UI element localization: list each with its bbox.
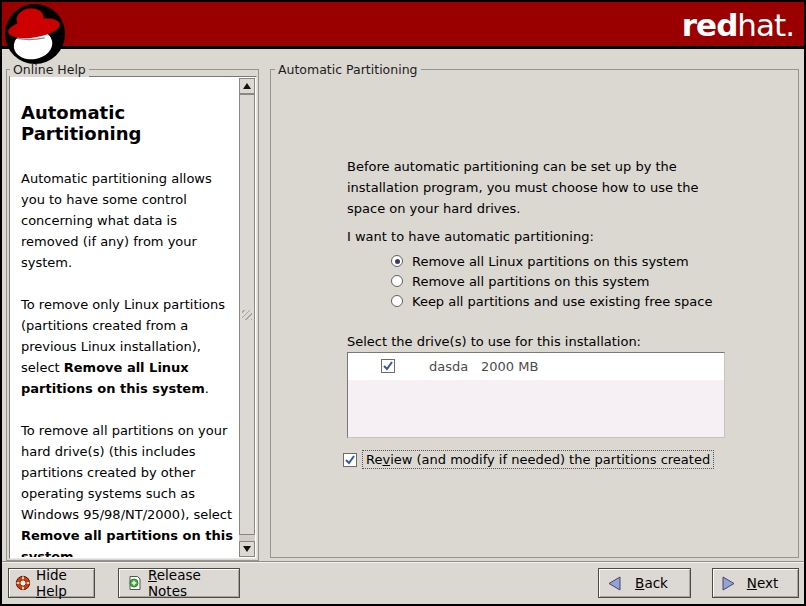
intro-text: Before automatic partitioning can be set… xyxy=(347,156,719,219)
drive-size: 2000 MB xyxy=(481,359,538,374)
help-scrollbar[interactable] xyxy=(239,78,255,557)
check-icon xyxy=(382,360,394,372)
label-segment: elp xyxy=(46,583,67,599)
radio-button[interactable] xyxy=(391,295,403,307)
help-text-segment: . xyxy=(74,549,78,557)
scroll-up-button[interactable] xyxy=(239,78,255,94)
scroll-down-button[interactable] xyxy=(239,541,255,557)
label-mnemonic: R xyxy=(148,567,157,583)
check-icon xyxy=(344,454,356,466)
redhat-shadowman-logo-icon xyxy=(4,3,66,65)
radio-label: Remove all Linux partitions on this syst… xyxy=(412,254,689,269)
button-label: Hide Help xyxy=(36,567,94,599)
installer-window: redhat. Online Help Automatic Partitioni… xyxy=(0,0,806,606)
review-partitions-row: Review (and modify if needed) the partit… xyxy=(343,450,714,469)
document-plus-icon xyxy=(127,575,143,591)
drive-row[interactable]: dasda 2000 MB xyxy=(348,353,724,380)
label-mnemonic: N xyxy=(747,575,757,591)
label-mnemonic: H xyxy=(36,583,46,599)
life-buoy-icon xyxy=(15,575,31,591)
label-segment: ext xyxy=(757,575,778,591)
hide-help-button[interactable]: Hide Help xyxy=(8,568,95,598)
label-mnemonic: v xyxy=(382,452,390,467)
thumb-grip-icon xyxy=(242,310,252,320)
arrow-left-icon xyxy=(608,576,621,591)
help-text-segment: . xyxy=(205,381,209,396)
review-checkbox-label[interactable]: Review (and modify if needed) the partit… xyxy=(362,450,714,469)
help-text-bold-segment: Remove all partitions on this system xyxy=(21,528,233,557)
button-label: Release Notes xyxy=(148,567,239,599)
arrow-right-icon xyxy=(722,576,735,591)
automatic-partitioning-frame-label: Automatic Partitioning xyxy=(275,62,421,77)
radio-label: Keep all partitions and use existing fre… xyxy=(412,294,712,309)
help-text-box: Automatic Partitioning Automatic partiti… xyxy=(9,76,257,559)
radio-button[interactable] xyxy=(391,275,403,287)
button-label: Next xyxy=(747,575,778,591)
automatic-partitioning-panel xyxy=(270,69,799,558)
label-mnemonic: B xyxy=(635,575,644,591)
footer-separator xyxy=(2,561,804,563)
radio-label: Remove all partitions on this system xyxy=(412,274,649,289)
drives-select-label: Select the drive(s) to use for this inst… xyxy=(347,331,641,352)
help-content: Automatic Partitioning Automatic partiti… xyxy=(11,78,238,557)
arrow-up-icon xyxy=(243,83,251,89)
radio-option-remove-linux[interactable]: Remove all Linux partitions on this syst… xyxy=(391,251,712,271)
wordmark-bold: red xyxy=(682,7,738,43)
next-button[interactable]: Next xyxy=(712,568,799,598)
help-text-segment: To remove all partitions on your hard dr… xyxy=(21,423,232,522)
redhat-wordmark: redhat. xyxy=(682,7,794,43)
drive-checkbox[interactable] xyxy=(381,359,395,373)
back-button[interactable]: Back xyxy=(598,568,691,598)
help-paragraph: To remove all partitions on your hard dr… xyxy=(21,420,234,557)
drive-list: dasda 2000 MB xyxy=(347,352,725,438)
review-checkbox[interactable] xyxy=(343,453,357,467)
help-paragraph: To remove only Linux partitions (partiti… xyxy=(21,294,234,399)
partitioning-options: Remove all Linux partitions on this syst… xyxy=(391,251,712,311)
question-text: I want to have automatic partitioning: xyxy=(347,226,594,247)
help-heading: Automatic Partitioning xyxy=(21,102,234,144)
button-label: Back xyxy=(635,575,668,591)
label-segment: ack xyxy=(644,575,668,591)
label-segment: Hide xyxy=(36,567,67,583)
label-segment: Re xyxy=(366,452,382,467)
arrow-down-icon xyxy=(243,546,251,552)
label-segment: elease Notes xyxy=(148,567,201,599)
help-paragraph: Automatic partitioning allows you to hav… xyxy=(21,168,234,273)
scroll-thumb[interactable] xyxy=(239,94,255,535)
label-segment: iew (and modify if needed) the partition… xyxy=(390,452,710,467)
wordmark-light: hat. xyxy=(737,7,794,43)
radio-option-keep-all[interactable]: Keep all partitions and use existing fre… xyxy=(391,291,712,311)
release-notes-button[interactable]: Release Notes xyxy=(118,568,240,598)
radio-option-remove-all[interactable]: Remove all partitions on this system xyxy=(391,271,712,291)
drive-name: dasda xyxy=(429,359,468,374)
radio-button-selected[interactable] xyxy=(391,255,403,267)
